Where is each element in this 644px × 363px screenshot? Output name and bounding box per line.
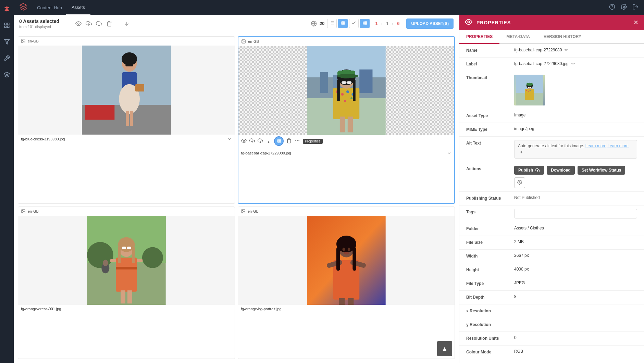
asset-header-3: en-GB [18,207,235,216]
asset-type-label: Asset Type [466,113,514,118]
assets-grid: en-GB [14,32,459,363]
properties-panel: PROPERTIES ✕ PROPERTIES META-DATA VERSIO… [459,15,644,363]
tags-input[interactable] [514,209,637,218]
list-view-btn[interactable] [327,19,337,28]
thumbnail-value [514,75,637,105]
publish-btn[interactable]: Publish [514,166,544,175]
label-text: fg-baseball-cap-27229080.jpg [514,61,569,66]
logout-icon[interactable] [632,4,639,11]
eye-icon[interactable] [75,21,82,27]
asset-filename-3: fg-orange-dress-001.jpg [21,307,232,311]
svg-point-84 [87,242,113,268]
resolution-units-value: 0 [514,335,637,340]
svg-point-52 [346,90,349,93]
asset-card-3[interactable]: en-GB [18,206,235,359]
workflow-btn[interactable]: Set Workflow Status [578,166,626,175]
cloud-icon[interactable] [96,21,102,27]
layers-icon[interactable] [2,70,12,79]
svg-rect-2 [4,26,6,28]
asset-footer-2: fg-baseball-cap-27229080.jpg [238,149,454,158]
svg-point-115 [468,21,470,23]
actions-settings-btn[interactable] [514,177,525,188]
svg-rect-94 [110,259,116,262]
tools-icon[interactable] [2,53,12,63]
sort-icon[interactable] [124,21,130,27]
expand-icon-2[interactable] [447,151,451,155]
properties-content: Name fg-baseball-cap-27229080 ✏ Label fg… [459,44,644,363]
label-label: Label [466,61,514,66]
tab-version-history[interactable]: VERSION HISTORY [537,30,588,44]
sidebar [0,0,14,363]
asset-upload-icon[interactable] [249,138,255,145]
page-size-badge: 20 [320,21,324,26]
name-label: Name [466,47,514,53]
folder-value: Assets / Clothes [514,226,637,230]
asset-properties-icon[interactable] [274,136,284,146]
prev-page-btn[interactable]: ‹ [380,20,384,27]
tab-metadata[interactable]: META-DATA [499,30,537,44]
expand-icon-1[interactable] [227,137,232,141]
svg-point-81 [22,210,23,211]
learn-more-text[interactable]: Learn more [608,143,629,148]
asset-download-icon[interactable] [266,138,271,145]
svg-rect-59 [337,80,340,101]
tags-label: Tags [466,209,514,214]
learn-more-link[interactable]: Learn more [585,143,606,148]
colour-mode-label: Colour Mode [466,349,514,354]
prop-row-tags: Tags [459,205,644,222]
prop-row-asset-type: Asset Type Image [459,109,644,123]
close-btn[interactable]: ✕ [633,19,639,26]
svg-point-85 [142,247,163,268]
download-btn[interactable]: Download [547,166,574,175]
grid-view-btn[interactable] [338,19,348,28]
svg-rect-38 [126,111,129,126]
asset-eye-icon[interactable] [241,138,247,145]
upload-assets-btn[interactable]: UPLOAD ASSET(S) [406,18,454,29]
svg-rect-47 [359,70,372,93]
svg-rect-109 [352,247,356,271]
next-page-btn[interactable]: › [391,20,395,27]
svg-point-78 [299,140,299,141]
prop-row-y-resolution: y Resolution [459,318,644,332]
svg-point-121 [530,90,531,91]
mime-type-value: image/jpeg [514,126,637,131]
asset-more-icon[interactable] [295,138,300,145]
asset-locale-4: en-GB [248,209,259,213]
home-icon[interactable] [2,21,12,30]
mosaic-view-btn[interactable] [360,19,370,28]
svg-point-120 [528,91,529,92]
svg-marker-4 [4,39,10,44]
label-value: fg-baseball-cap-27229080.jpg ✏ [514,61,637,66]
asset-image-2 [238,46,454,135]
prop-row-height: Height 4000 px [459,263,644,277]
tab-properties[interactable]: PROPERTIES [459,30,499,44]
app-logo-icon[interactable] [2,4,12,14]
asset-card[interactable]: en-GB [18,36,235,204]
svg-point-34 [122,52,137,65]
help-icon[interactable] [609,4,615,11]
asset-card-4[interactable]: en-GB [238,206,455,359]
asset-card-active[interactable]: en-GB [238,36,455,204]
prop-row-colour-mode: Colour Mode RGB [459,346,644,359]
name-value: fg-baseball-cap-27229080 ✏ [514,47,637,52]
scroll-top-btn[interactable]: ▲ [437,341,452,356]
svg-point-99 [103,260,108,266]
colour-mode-text: RGB [514,349,523,354]
settings-icon[interactable] [621,4,627,11]
svg-point-51 [341,93,344,96]
asset-delete-icon[interactable] [286,138,292,145]
upload-icon[interactable] [86,21,92,27]
svg-rect-91 [132,247,135,263]
label-edit-icon[interactable]: ✏ [571,61,575,66]
name-edit-icon[interactable]: ✏ [565,47,568,52]
nav-assets[interactable]: Assets [66,0,90,15]
filter-icon[interactable] [2,37,12,47]
ai-sparkle-icon[interactable]: ✦ [519,149,523,155]
svg-rect-45 [320,72,328,93]
check-view-btn[interactable] [349,19,359,28]
asset-cloud-icon[interactable] [258,138,263,145]
thumbnail-image [514,75,545,105]
svg-rect-22 [341,21,343,23]
globe-icon[interactable] [311,21,317,27]
trash-icon[interactable] [106,21,112,27]
